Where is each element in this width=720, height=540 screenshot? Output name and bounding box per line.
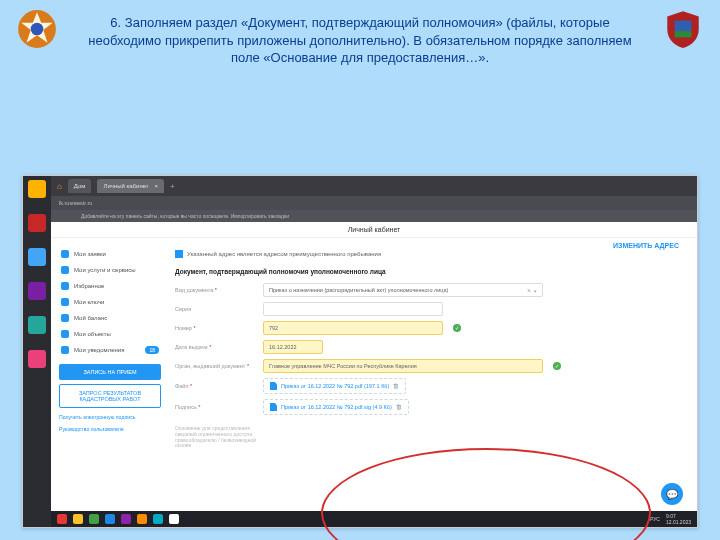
change-address-link[interactable]: ИЗМЕНИТЬ АДРЕС (613, 242, 679, 249)
grid-icon (61, 266, 69, 274)
ok-icon: ✓ (553, 362, 561, 370)
file-attachment[interactable]: Приказ от 16.12.2022 № 792.pdf (197.1 Кб… (263, 378, 406, 394)
nav-item[interactable]: Мои объекты (59, 326, 161, 342)
cta-secondary-button[interactable]: ЗАПРОС РЕЗУЛЬТАТОВ КАДАСТРОВЫХ РАБОТ (59, 384, 161, 408)
link[interactable]: Получить электронную подпись (59, 414, 161, 420)
badge: 18 (145, 346, 159, 354)
os-icon[interactable] (28, 248, 46, 266)
os-icon[interactable] (28, 180, 46, 198)
chat-fab[interactable]: 💬 (661, 483, 683, 505)
svg-point-2 (31, 23, 44, 36)
url-bar[interactable]: lk.rosreestr.ru (51, 196, 697, 210)
main-panel: ИЗМЕНИТЬ АДРЕС Указанный адрес является … (169, 238, 697, 527)
os-sidebar (23, 176, 51, 527)
clock: 9:0712.01.2023 (666, 513, 691, 525)
os-icon[interactable] (28, 214, 46, 232)
key-icon (61, 298, 69, 306)
clear-icon[interactable]: × (524, 287, 534, 294)
checkbox-label: Указанный адрес является адресом преимущ… (187, 251, 381, 257)
taskbar-icon[interactable] (57, 514, 67, 524)
section-title: Документ, подтверждающий полномочия упол… (175, 268, 681, 275)
trash-icon[interactable]: 🗑 (393, 383, 399, 389)
svg-rect-3 (675, 21, 692, 32)
taskbar-icon[interactable] (89, 514, 99, 524)
taskbar-icon[interactable] (137, 514, 147, 524)
file-icon (270, 382, 277, 390)
signature-attachment[interactable]: Приказ от 16.12.2022 № 792.pdf.sig (4.9 … (263, 399, 409, 415)
svg-rect-4 (675, 31, 692, 37)
file-icon (270, 403, 277, 411)
taskbar-icon[interactable] (153, 514, 163, 524)
nav-item[interactable]: Мои услуги и сервисы (59, 262, 161, 278)
ok-icon: ✓ (453, 324, 461, 332)
browser-tabs: ⌂ Дом Личный кабинет × + (51, 176, 697, 196)
nav-item[interactable]: Избранное (59, 278, 161, 294)
number-input[interactable]: 792 (263, 321, 443, 335)
checkbox[interactable] (175, 250, 183, 258)
taskbar-icon[interactable] (105, 514, 115, 524)
issuer-input[interactable]: Главное управление МЧС России по Республ… (263, 359, 543, 373)
taskbar-icon[interactable] (73, 514, 83, 524)
os-icon[interactable] (28, 282, 46, 300)
tab[interactable]: Дом (68, 179, 92, 193)
slide-title: 6. Заполняем раздел «Документ, подтвержд… (76, 14, 644, 67)
home-icon (61, 330, 69, 338)
taskbar: РУС 9:0712.01.2023 (51, 511, 697, 527)
doctype-select[interactable]: Приказ о назначении (распорядительный ак… (263, 283, 543, 297)
chevron-down-icon: ▾ (534, 288, 537, 294)
nav-item[interactable]: Мои заявки (59, 246, 161, 262)
left-nav: Мои заявки Мои услуги и сервисы Избранно… (51, 238, 169, 527)
trash-icon[interactable]: 🗑 (396, 404, 402, 410)
emblem-right (662, 8, 704, 50)
bookmark-hint: Добавляйте на эту панель сайты, которые … (51, 210, 697, 222)
os-icon[interactable] (28, 350, 46, 368)
emblem-left (16, 8, 58, 50)
screenshot-frame: ⌂ Дом Личный кабинет × + lk.rosreestr.ru… (22, 175, 698, 528)
wallet-icon (61, 314, 69, 322)
bell-icon (61, 346, 69, 354)
os-icon[interactable] (28, 316, 46, 334)
browser-home-icon[interactable]: ⌂ (57, 182, 62, 191)
basis-label: Основание для предоставления сведений ог… (175, 426, 257, 449)
link[interactable]: Руководство пользователя (59, 426, 161, 432)
star-icon (61, 282, 69, 290)
site-header: Личный кабинет (51, 222, 697, 238)
cta-primary-button[interactable]: ЗАПИСЬ НА ПРИЕМ (59, 364, 161, 380)
doc-icon (61, 250, 69, 258)
taskbar-icon[interactable] (169, 514, 179, 524)
lang-indicator[interactable]: РУС (650, 516, 660, 522)
tab[interactable]: Личный кабинет × (97, 179, 164, 193)
nav-item[interactable]: Мои ключи (59, 294, 161, 310)
nav-item[interactable]: Мои уведомления18 (59, 342, 161, 358)
nav-item[interactable]: Мой баланс (59, 310, 161, 326)
series-input[interactable] (263, 302, 443, 316)
taskbar-icon[interactable] (121, 514, 131, 524)
date-input[interactable]: 16.12.2022 (263, 340, 323, 354)
new-tab-button[interactable]: + (170, 182, 175, 191)
